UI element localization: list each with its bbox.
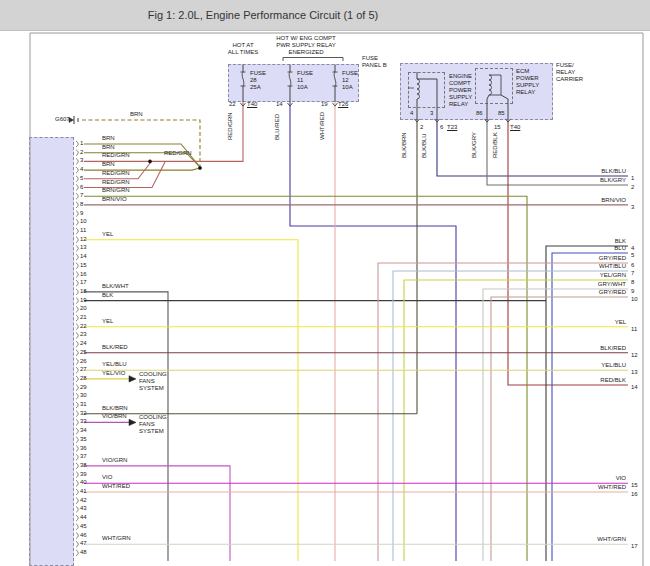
pin-wire-label: WHT/GRN — [102, 535, 131, 542]
pin-chevron-icon — [76, 298, 78, 304]
pin-chevron-icon — [76, 419, 78, 425]
pin-number: 46 — [80, 532, 87, 539]
relay-pin-number: 85 — [498, 110, 505, 117]
pin-chevron-icon — [76, 185, 78, 191]
pin-number: 35 — [80, 436, 87, 443]
right-wire-number: 3 — [631, 204, 634, 211]
pin-number: 3 — [80, 157, 83, 164]
pin-number: 31 — [80, 401, 87, 408]
pin-number: 20 — [80, 305, 87, 312]
fuse-icon — [334, 72, 336, 86]
pin-chevron-icon — [76, 385, 78, 391]
pin-chevron-icon — [76, 176, 78, 182]
pin-chevron-icon — [76, 280, 78, 286]
pin-wire-label: VIO — [102, 474, 112, 481]
right-wire-label: BLU — [570, 245, 626, 252]
pin-number: 37 — [80, 453, 87, 460]
pin-number: 29 — [80, 384, 87, 391]
pin-number: 19 — [80, 297, 87, 304]
fuse-label-line: 28 — [250, 77, 257, 84]
pin-chevron-icon — [76, 341, 78, 347]
right-wire-number: 9 — [631, 288, 634, 295]
wire — [84, 292, 168, 561]
right-wire-number: 10 — [631, 296, 638, 303]
vertical-wire-label: BLK/BRN — [401, 132, 408, 158]
pin-wire-label: BLK — [102, 292, 113, 299]
wire — [552, 253, 628, 561]
figure-title: Fig 1: 2.0L, Engine Performance Circuit … — [148, 9, 379, 21]
carrier-label-line: RELAY — [556, 69, 575, 76]
relay-pin-number: 86 — [476, 110, 483, 117]
pin-wire-label: YEL/VIO — [102, 370, 125, 377]
hot-relay-label-line: PWR SUPPLY RELAY — [256, 42, 356, 49]
pin-number: 32 — [80, 410, 87, 417]
pin-wire-label: BRN/VIO — [102, 196, 127, 203]
pin-chevron-icon — [76, 411, 78, 417]
pin-number: 38 — [80, 462, 87, 469]
title-bar: Fig 1: 2.0L, Engine Performance Circuit … — [0, 0, 650, 31]
pin-number: 22 — [80, 323, 87, 330]
pin-chevron-icon — [76, 324, 78, 330]
pin-number: 8 — [80, 201, 83, 208]
junction-wire-label: RED/GRN — [164, 150, 192, 157]
wire — [491, 297, 628, 561]
right-wire-label: WHT/GRN — [570, 536, 626, 543]
arrow-icon — [129, 376, 136, 382]
pin-chevron-icon — [76, 219, 78, 225]
pin-number: 27 — [80, 366, 87, 373]
cooling-fans-label-line: FANS — [139, 378, 155, 385]
fuse-label-line: 10A — [342, 84, 353, 91]
pin-chevron-icon — [76, 533, 78, 539]
pin-number: 36 — [80, 445, 87, 452]
right-wire-number: 12 — [631, 352, 638, 359]
pin-number: 14 — [80, 253, 87, 260]
pin-number: 4 — [80, 166, 83, 173]
pin-wire-label: YEL/BLU — [102, 361, 127, 368]
right-wire-label: YEL/GRN — [570, 272, 626, 279]
pin-chevron-icon — [76, 515, 78, 521]
pin-chevron-icon — [76, 446, 78, 452]
right-wire-number: 13 — [631, 369, 638, 376]
cooling-fans-label-line: SYSTEM — [139, 428, 164, 435]
vertical-wire-label: BLK/GRY — [471, 132, 478, 158]
right-wire-label: BLK/RED — [570, 345, 626, 352]
pin-chevron-icon — [76, 150, 78, 156]
pin-chevron-icon — [76, 228, 78, 234]
right-wire-number: 11 — [631, 326, 637, 333]
junction-dot — [148, 160, 151, 163]
pin-chevron-icon — [76, 524, 78, 530]
pin-chevron-icon — [76, 480, 78, 486]
wiring-svg — [0, 0, 650, 566]
vertical-wire-label: BLU/RED — [274, 114, 281, 140]
ground-label: G607 — [55, 116, 70, 123]
right-wire-label: GRY/RED — [570, 255, 626, 262]
pin-chevron-icon — [76, 393, 78, 399]
pin-chevron-icon — [76, 541, 78, 547]
right-wire-number: 6 — [631, 262, 634, 269]
vertical-wire-label: WHT/RED — [319, 112, 326, 140]
pin-number: 24 — [80, 340, 87, 347]
ecm-relay-label-line: POWER — [516, 75, 539, 82]
pin-chevron-icon — [76, 237, 78, 243]
ecm-relay-label-line: RELAY — [516, 89, 535, 96]
ecm-relay-label-line: SUPPLY — [516, 82, 539, 89]
relay-pin-number: 3 — [430, 110, 433, 117]
fuse-label-line: 12 — [342, 77, 349, 84]
pin-chevron-icon — [76, 463, 78, 469]
pin-chevron-icon — [76, 193, 78, 199]
pin-id: 19 — [321, 101, 328, 108]
engine-relay-label-line: ENGINE — [449, 73, 472, 80]
pin-number: 48 — [80, 549, 87, 556]
vertical-wire-label: BLK/BLU — [421, 133, 428, 158]
pin-chevron-icon — [76, 263, 78, 269]
pin-chevron-icon — [76, 306, 78, 312]
fuse-label-line: FUSE — [250, 70, 266, 77]
pin-chevron-icon — [76, 506, 78, 512]
pin-number: 26 — [80, 358, 87, 365]
pin-number: 25 — [80, 349, 87, 356]
pin-wire-label: BLK/BRN — [102, 405, 128, 412]
wire — [378, 263, 628, 561]
hot-relay-label-line: HOT W/ ENG COMPT — [256, 35, 356, 42]
pin-chevron-icon — [76, 437, 78, 443]
pin-id: 22 — [229, 101, 236, 108]
